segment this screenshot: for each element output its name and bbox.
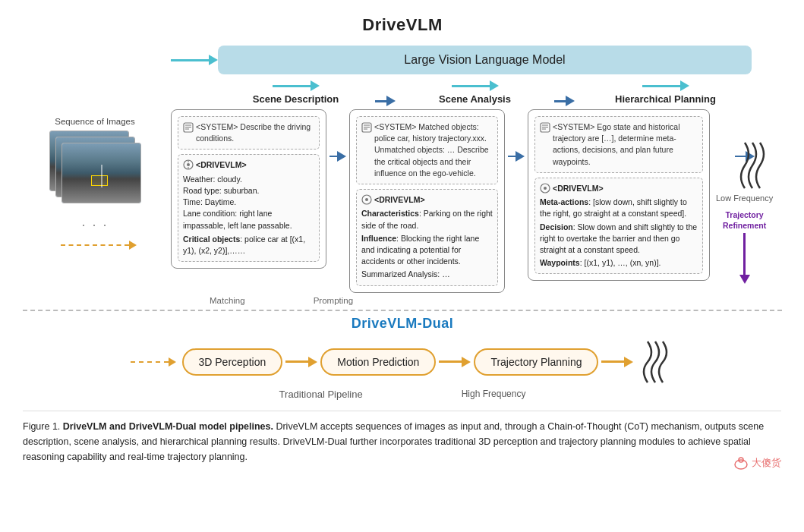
3d-perception-label: 3D Perception	[199, 356, 266, 368]
hp-waypoints: Waypoints: [(x1, y1), …, (xn, yn)].	[540, 257, 698, 269]
sd-road-type: Road type: suburban.	[183, 185, 314, 197]
drivevlm-icon-1	[183, 159, 194, 170]
bottom-labels-row: Traditional Pipeline High Frequency	[23, 389, 782, 400]
road-curve-high	[636, 339, 674, 385]
scene-description-header: Scene Description	[253, 93, 339, 105]
sa-drivevlm-section: <DRIVEVLM> Characteristics: Parking on t…	[356, 189, 498, 286]
diagram-area: DriveVLM Large Vision Language Model	[23, 15, 782, 400]
hp-system-text: <SYSTEM> Ego state and historical trajec…	[553, 121, 698, 168]
svg-point-13	[365, 198, 368, 201]
matching-label: Matching	[210, 296, 245, 305]
sd-time: Time: Daytime.	[183, 197, 314, 208]
prompting-label: Prompting	[314, 296, 353, 305]
vlm-box: Large Vision Language Model	[218, 46, 752, 74]
hp-drivevlm-tag: <DRIVEVLM>	[553, 183, 604, 194]
sa-char: Characteristics: Parking on the right si…	[361, 208, 493, 231]
dots-indicator: · · ·	[81, 217, 108, 233]
caption: Figure 1. DriveVLM and DriveVLM-Dual mod…	[23, 411, 781, 464]
scene-analysis-panel: <SYSTEM> Matched objects: police car, hi…	[349, 109, 505, 293]
sd-lane: Lane condition: right lane impassable, l…	[183, 208, 314, 231]
sa-influence: Influence: Blocking the right lane and i…	[361, 233, 493, 268]
high-freq-label: High Frequency	[462, 389, 526, 399]
image-stack	[49, 131, 140, 214]
high-freq-text: High Frequency	[462, 389, 526, 399]
3d-perception-box: 3D Perception	[182, 348, 283, 376]
sd-critical: Critical objects: police car at [(x1, y1…	[183, 234, 314, 257]
weibo-icon	[733, 456, 749, 471]
pipeline-arrow-2	[439, 357, 471, 367]
svg-point-19	[544, 187, 547, 190]
hp-decision: Decision: Slow down and shift slightly t…	[540, 222, 698, 257]
cyan-left-arrow	[171, 55, 218, 65]
dual-divider	[23, 310, 782, 311]
road-curve-low	[733, 139, 771, 192]
pipeline-arrow-3	[601, 357, 633, 367]
arrow-1-2	[329, 151, 346, 162]
traditional-pipeline-label: Traditional Pipeline	[279, 389, 363, 400]
caption-bold: DriveVLM and DriveVLM-Dual model pipelin…	[60, 421, 273, 432]
caption-prefix: Figure 1.	[23, 421, 60, 432]
sd-system-text: <SYSTEM> Describe the driving conditions…	[196, 121, 314, 144]
image-sequence: Sequence of Images	[23, 109, 167, 250]
sa-system-text: <SYSTEM> Matched objects: police car, hi…	[374, 121, 493, 179]
hierarchical-planning-panel: <SYSTEM> Ego state and historical trajec…	[528, 109, 710, 281]
sa-drivevlm-tag: <DRIVEVLM>	[374, 194, 425, 206]
motion-prediction-box: Motion Prediction	[320, 348, 436, 376]
sa-summarized: Summarized Analysis: …	[361, 269, 493, 280]
hierarchical-planning-header: Hierarchical Planning	[615, 93, 716, 105]
watermark: 大傻货	[733, 456, 781, 471]
system-icon-1	[183, 122, 194, 133]
image-to-panels-arrow	[61, 241, 137, 250]
watermark-text: 大傻货	[752, 457, 781, 468]
pipeline-left-arrow	[131, 357, 176, 367]
hp-meta: Meta-actions: [slow down, shift slightly…	[540, 197, 698, 219]
sd-drivevlm-section: <DRIVEVLM> Weather: cloudy. Road type: s…	[178, 154, 320, 262]
arrow-2-3	[508, 151, 525, 162]
system-icon-2	[361, 122, 372, 133]
pipeline-arrow-1	[285, 357, 317, 367]
hp-system-section: <SYSTEM> Ego state and historical trajec…	[534, 116, 703, 173]
scene-description-panel: <SYSTEM> Describe the driving conditions…	[171, 109, 326, 269]
trajectory-refinement: TrajectoryRefinement	[723, 210, 766, 284]
system-icon-3	[540, 122, 550, 133]
sa-system-section: <SYSTEM> Matched objects: police car, hi…	[356, 116, 498, 184]
sd-weather: Weather: cloudy.	[183, 174, 314, 185]
trajectory-planning-label: Trajectory Planning	[490, 356, 582, 368]
drivevlm-icon-3	[540, 183, 550, 194]
motion-prediction-label: Motion Prediction	[337, 356, 419, 368]
hp-drivevlm-section: <DRIVEVLM> Meta-actions: [slow down, shi…	[534, 178, 703, 275]
img-card-3	[61, 143, 141, 203]
low-freq-label: Low Frequency	[716, 194, 773, 203]
scene-analysis-header: Scene Analysis	[439, 93, 511, 105]
svg-point-20	[735, 460, 747, 469]
sd-drivevlm-tag: <DRIVEVLM>	[196, 159, 247, 171]
right-side: Low Frequency TrajectoryRefinement	[716, 109, 773, 284]
pipeline-row: 3D Perception Motion Prediction Trajecto…	[23, 339, 782, 385]
drivevlm-dual-title: DriveVLM-Dual	[23, 316, 782, 332]
image-seq-label: Sequence of Images	[55, 117, 135, 126]
sd-system-section: <SYSTEM> Describe the driving conditions…	[178, 116, 320, 150]
main-title: DriveVLM	[23, 15, 782, 35]
trajectory-planning-box: Trajectory Planning	[474, 348, 598, 376]
section-headers: Scene Description Scene Analysis	[218, 80, 782, 106]
left-to-vlm-arrow	[169, 70, 171, 72]
svg-point-5	[187, 163, 190, 166]
matching-prompting-row: Matching Prompting	[188, 296, 782, 305]
drivevlm-icon-2	[361, 194, 372, 205]
